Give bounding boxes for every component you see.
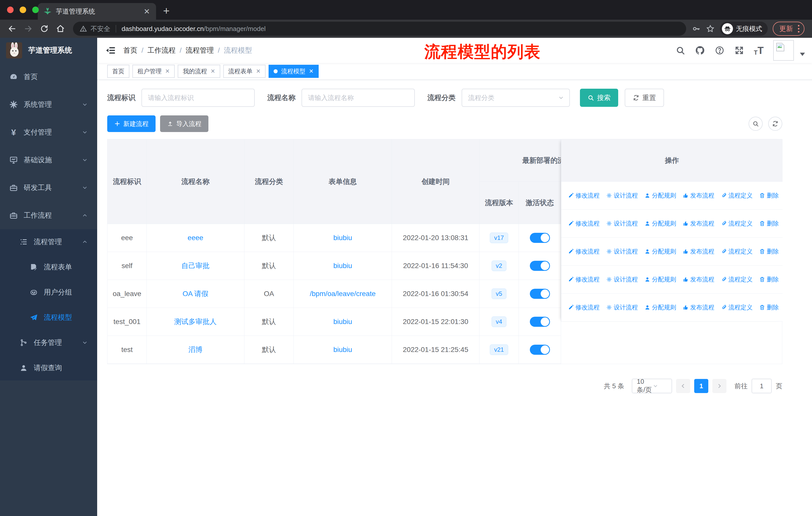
model-name-link[interactable]: OA 请假 [182,289,208,299]
sidebar-item-devtools[interactable]: 研发工具 [0,174,97,201]
definition-action-link[interactable]: 流程定义 [721,303,753,311]
import-process-button[interactable]: 导入流程 [160,115,208,132]
create-process-button[interactable]: 新建流程 [107,115,155,132]
design-action-link[interactable]: 设计流程 [606,303,638,311]
sidebar-item-infra[interactable]: 基础设施 [0,146,97,174]
delete-action-link[interactable]: 删除 [759,219,779,227]
maximize-window-button[interactable] [32,6,39,13]
version-tag[interactable]: v21 [490,345,508,355]
definition-action-link[interactable]: 流程定义 [721,275,753,283]
reset-button[interactable]: 重置 [625,89,664,107]
model-name-link[interactable]: 测试多审批人 [174,317,217,327]
sidebar-item-process-mgmt[interactable]: 流程管理 [0,229,97,254]
github-icon[interactable] [695,45,705,55]
sidebar-item-home[interactable]: 首页 [0,63,97,91]
close-window-button[interactable] [7,6,13,13]
version-tag[interactable]: v2 [492,261,506,271]
design-action-link[interactable]: 设计流程 [606,275,638,283]
sidebar-item-workflow[interactable]: 工作流程 [0,201,97,229]
process-category-select[interactable]: 流程分类 [462,89,570,107]
breadcrumb-item[interactable]: 流程管理 [186,46,214,55]
breadcrumb-item[interactable]: 工作流程 [147,46,176,55]
close-icon[interactable]: ✕ [210,68,215,75]
assign-action-link[interactable]: 分配规则 [644,303,676,311]
sidebar-item-user-group[interactable]: 用户分组 [0,280,97,305]
url-text[interactable]: dashboard.yudao.iocoder.cn/bpm/manager/m… [122,25,265,33]
sidebar-item-task-mgmt[interactable]: 任务管理 [0,330,97,355]
assign-action-link[interactable]: 分配规则 [644,275,676,283]
model-name-link[interactable]: eeee [187,234,203,242]
active-status-toggle[interactable] [530,261,550,271]
bookmark-star-icon[interactable] [706,24,715,33]
page-number-button[interactable]: 1 [694,379,708,393]
breadcrumb-item[interactable]: 首页 [123,46,138,55]
help-icon[interactable] [715,45,725,55]
minimize-window-button[interactable] [20,6,26,13]
key-icon[interactable] [692,24,701,33]
refresh-table-button[interactable] [768,117,782,131]
home-button[interactable] [53,22,67,36]
delete-action-link[interactable]: 删除 [759,275,779,283]
tab-close-icon[interactable]: ✕ [144,7,150,16]
tag-我的流程[interactable]: 我的流程✕ [178,65,220,78]
form-info-link[interactable]: biubiu [333,234,352,242]
prev-page-button[interactable] [676,379,690,393]
definition-action-link[interactable]: 流程定义 [721,247,753,255]
next-page-button[interactable] [712,379,726,393]
window-controls[interactable] [7,6,39,13]
security-label[interactable]: 不安全 [91,24,110,33]
tag-租户管理[interactable]: 租户管理✕ [133,65,175,78]
browser-tab[interactable]: 芋道管理系统 ✕ [38,3,156,20]
app-logo-row[interactable]: 芋道管理系统 [0,38,97,63]
version-tag[interactable]: v17 [490,233,508,243]
forward-button[interactable] [21,22,35,36]
design-action-link[interactable]: 设计流程 [606,191,638,199]
process-name-input[interactable] [301,89,415,107]
publish-action-link[interactable]: 发布流程 [683,303,714,311]
definition-action-link[interactable]: 流程定义 [721,219,753,227]
definition-action-link[interactable]: 流程定义 [721,191,753,199]
edit-action-link[interactable]: 修改流程 [568,247,600,255]
form-info-link[interactable]: biubiu [333,262,352,270]
version-tag[interactable]: v5 [492,289,506,299]
version-tag[interactable]: v4 [492,317,506,327]
design-action-link[interactable]: 设计流程 [606,247,638,255]
delete-action-link[interactable]: 删除 [759,247,779,255]
close-icon[interactable]: ✕ [165,68,170,75]
design-action-link[interactable]: 设计流程 [606,219,638,227]
active-status-toggle[interactable] [530,345,550,355]
edit-action-link[interactable]: 修改流程 [568,219,600,227]
tag-首页[interactable]: 首页 [107,65,129,78]
edit-action-link[interactable]: 修改流程 [568,275,600,283]
process-id-input[interactable] [141,89,255,107]
form-info-link[interactable]: /bpm/oa/leave/create [310,290,376,298]
reload-button[interactable] [37,22,51,36]
assign-action-link[interactable]: 分配规则 [644,247,676,255]
sidebar-item-process-form[interactable]: 流程表单 [0,254,97,280]
delete-action-link[interactable]: 删除 [759,303,779,311]
active-status-toggle[interactable] [530,233,550,243]
tag-流程表单[interactable]: 流程表单✕ [223,65,265,78]
sidebar-item-system[interactable]: 系统管理 [0,91,97,118]
close-icon[interactable]: ✕ [256,68,261,75]
back-button[interactable] [5,22,19,36]
text-size-icon[interactable]: TT [754,45,764,56]
search-icon[interactable] [675,45,686,55]
chrome-update-button[interactable]: 更新 [773,22,805,36]
model-name-link[interactable]: 滔博 [188,345,203,354]
close-icon[interactable]: ✕ [309,68,313,75]
active-status-toggle[interactable] [530,289,550,299]
model-name-link[interactable]: 自己审批 [181,261,210,271]
show-search-toggle-button[interactable] [749,117,763,131]
fullscreen-icon[interactable] [734,45,744,55]
assign-action-link[interactable]: 分配规则 [644,219,676,227]
publish-action-link[interactable]: 发布流程 [683,275,714,283]
search-button[interactable]: 搜索 [580,89,618,107]
address-bar[interactable]: 不安全 dashboard.yudao.iocoder.cn/bpm/manag… [73,22,686,36]
active-status-toggle[interactable] [530,317,550,327]
publish-action-link[interactable]: 发布流程 [683,191,714,199]
sidebar-item-leave-query[interactable]: 请假查询 [0,355,97,380]
assign-action-link[interactable]: 分配规则 [644,191,676,199]
page-size-select[interactable]: 10条/页 [632,379,672,393]
browser-menu-icon[interactable] [798,25,800,32]
